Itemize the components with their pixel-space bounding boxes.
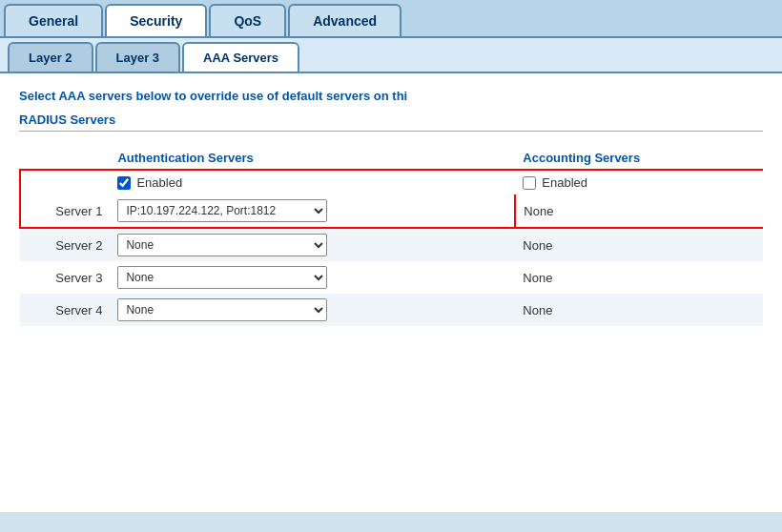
server3-acct-cell: None: [515, 261, 763, 294]
main-content: Select AAA servers below to override use…: [0, 73, 782, 512]
header-auth: Authentication Servers: [110, 147, 515, 170]
server3-auth-select[interactable]: None: [117, 266, 327, 289]
description-text: Select AAA servers below to override use…: [19, 89, 763, 103]
tab-security[interactable]: Security: [105, 4, 207, 36]
table-header-row: Authentication Servers Accounting Server…: [20, 147, 763, 170]
server3-auth-cell: None: [110, 261, 515, 294]
server-table: Authentication Servers Accounting Server…: [19, 147, 763, 326]
server1-acct-value: None: [524, 204, 553, 218]
server3-label: Server 3: [20, 261, 110, 294]
server2-auth-cell: None: [110, 228, 515, 261]
header-label: [20, 147, 110, 170]
server4-acct-cell: None: [515, 294, 763, 326]
enabled-row-label: [20, 170, 110, 194]
divider: [19, 131, 763, 132]
server-table-wrapper: Authentication Servers Accounting Server…: [19, 147, 763, 326]
tab-aaa-servers[interactable]: AAA Servers: [182, 42, 299, 72]
server4-auth-select[interactable]: None: [117, 298, 327, 321]
server1-acct-cell: None: [515, 194, 763, 228]
server-row-1: Server 1 IP:10.197.224.122, Port:1812 No…: [20, 194, 763, 228]
header-acct: Accounting Servers: [515, 147, 763, 170]
tab-advanced[interactable]: Advanced: [288, 4, 401, 36]
tab-qos[interactable]: QoS: [209, 4, 286, 36]
server2-acct-value: None: [523, 238, 552, 253]
server2-label: Server 2: [20, 228, 110, 261]
section-title: RADIUS Servers: [19, 113, 763, 127]
auth-enabled-cell: Enabled: [110, 170, 515, 194]
sub-tab-bar: Layer 2 Layer 3 AAA Servers: [0, 38, 782, 73]
server1-auth-cell: IP:10.197.224.122, Port:1812 None: [110, 194, 515, 228]
server1-label: Server 1: [20, 194, 110, 228]
server-row-4: Server 4 None None: [20, 294, 763, 326]
tab-general[interactable]: General: [4, 4, 103, 36]
acct-enabled-checkbox[interactable]: [523, 176, 536, 190]
top-tab-bar: General Security QoS Advanced: [0, 0, 782, 38]
server2-auth-select[interactable]: None: [117, 234, 327, 256]
server4-acct-value: None: [523, 303, 552, 317]
server-row-2: Server 2 None None: [20, 228, 763, 261]
server1-auth-select[interactable]: IP:10.197.224.122, Port:1812 None: [117, 199, 327, 222]
server3-acct-value: None: [523, 271, 552, 285]
server4-label: Server 4: [20, 294, 110, 326]
enabled-row: Enabled Enabled: [20, 170, 763, 194]
acct-enabled-cell: Enabled: [515, 170, 763, 194]
server2-acct-cell: None: [515, 228, 763, 261]
server4-auth-cell: None: [110, 294, 515, 326]
auth-enabled-label: Enabled: [136, 175, 182, 190]
acct-enabled-label: Enabled: [542, 175, 587, 190]
server-row-3: Server 3 None None: [20, 261, 763, 294]
tab-layer2[interactable]: Layer 2: [8, 42, 93, 72]
auth-enabled-checkbox[interactable]: [117, 176, 131, 190]
tab-layer3[interactable]: Layer 3: [95, 42, 181, 72]
